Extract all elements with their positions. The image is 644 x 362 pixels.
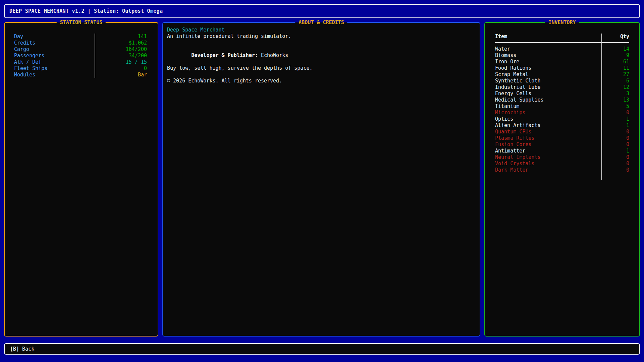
- inventory-item-qty: 3: [601, 90, 629, 97]
- game-name: Deep Space Merchant: [167, 27, 474, 33]
- inventory-item-name: Quantum CPUs: [495, 129, 601, 135]
- inventory-item-qty: 0: [601, 110, 629, 116]
- inventory-row: Titanium 5: [495, 103, 629, 110]
- inventory-row: Scrap Metal 27: [495, 71, 629, 78]
- inventory-item-name: Plasma Rifles: [495, 135, 601, 141]
- inventory-item-qty: 9: [601, 52, 629, 59]
- inventory-body: Item Qty Water 14 Biomass 9 Iron Ore 61 …: [485, 23, 639, 336]
- inventory-item-qty: 5: [601, 103, 629, 110]
- title-bar: DEEP SPACE MERCHANT v1.2 | Station: Outp…: [4, 4, 640, 18]
- inventory-item-name: Titanium: [495, 103, 601, 110]
- inventory-row: Biomass 9: [495, 52, 629, 59]
- about-credits-panel: ABOUT & CREDITS Deep Space Merchant An i…: [162, 22, 480, 337]
- status-value: Bar: [95, 72, 147, 78]
- inventory-item-qty: 0: [601, 154, 629, 161]
- inventory-item-qty: 61: [601, 59, 629, 65]
- inventory-row: Water 14: [495, 43, 629, 52]
- inventory-item-name: Water: [495, 43, 601, 52]
- inventory-item-name: Scrap Metal: [495, 71, 601, 78]
- developer-label: Developer & Publisher:: [191, 52, 258, 58]
- inventory-row: Quantum CPUs 0: [495, 129, 629, 135]
- inventory-item-qty: 0: [601, 135, 629, 141]
- inventory-item-name: Synthetic Cloth: [495, 78, 601, 84]
- status-label: Cargo: [14, 46, 95, 53]
- inventory-item-name: Biomass: [495, 52, 601, 59]
- status-row-modules: Modules Bar: [14, 72, 147, 78]
- status-row-credits: Credits $1,062: [14, 40, 147, 46]
- inventory-row: Fusion Cores 0: [495, 141, 629, 148]
- copyright-line: © 2026 EchoWorks. All rights reserved.: [167, 78, 474, 84]
- inventory-row: Food Rations 11: [495, 65, 629, 71]
- inventory-item-name: Neural Implants: [495, 154, 601, 161]
- inventory-item-name: Energy Cells: [495, 90, 601, 97]
- inventory-panel: INVENTORY Item Qty Water 14 Biomass 9 Ir…: [484, 22, 640, 337]
- inventory-item-qty: 0: [601, 141, 629, 148]
- inventory-row: Plasma Rifles 0: [495, 135, 629, 141]
- inventory-item-qty: 6: [601, 78, 629, 84]
- station-status-title: STATION STATUS: [57, 19, 106, 26]
- inventory-row: Industrial Lube 12: [495, 84, 629, 90]
- inventory-item-name: Fusion Cores: [495, 141, 601, 148]
- inventory-item-name: Antimatter: [495, 148, 601, 154]
- back-button[interactable]: [B] Back: [4, 343, 640, 355]
- status-label: Credits: [14, 40, 95, 46]
- inventory-header-item: Item: [495, 34, 601, 43]
- inventory-item-qty: 11: [601, 65, 629, 71]
- inventory-item-qty: 12: [601, 84, 629, 90]
- about-credits-title: ABOUT & CREDITS: [295, 19, 347, 26]
- inventory-row: Dark Matter 0: [495, 167, 629, 173]
- status-row-fleet-ships: Fleet Ships 0: [14, 65, 147, 72]
- inventory-spacer-name: [495, 173, 601, 180]
- inventory-item-qty: 27: [601, 71, 629, 78]
- status-row-cargo: Cargo 164/200: [14, 46, 147, 53]
- game-tagline: An infinite procedural trading simulator…: [167, 33, 474, 40]
- blank-line: [167, 40, 474, 46]
- inventory-header-qty: Qty: [601, 34, 629, 43]
- inventory-item-name: Optics: [495, 116, 601, 122]
- inventory-item-name: Iron Ore: [495, 59, 601, 65]
- developer-line: Developer & Publisher: EchoWorks: [167, 46, 474, 65]
- app-title: DEEP SPACE MERCHANT v1.2 | Station: Outp…: [9, 8, 163, 14]
- status-row-atk-def: Atk / Def 15 / 15: [14, 59, 147, 65]
- station-status-body: Day 141 Credits $1,062 Cargo 164/200 Pas…: [5, 23, 158, 336]
- inventory-item-name: Microchips: [495, 110, 601, 116]
- status-label: Modules: [14, 72, 95, 78]
- inventory-item-qty: 0: [601, 129, 629, 135]
- status-label: Passengers: [14, 53, 95, 59]
- inventory-spacer-row: [495, 173, 629, 180]
- blank-line: [167, 71, 474, 78]
- back-label: Back: [22, 346, 34, 352]
- status-value: 141: [95, 34, 147, 40]
- about-credits-body: Deep Space Merchant An infinite procedur…: [163, 23, 480, 336]
- app-root: { "title_bar": { "text": "DEEP SPACE MER…: [0, 0, 644, 362]
- status-value: 164/200: [95, 46, 147, 53]
- inventory-item-name: Dark Matter: [495, 167, 601, 173]
- status-label: Fleet Ships: [14, 65, 95, 72]
- inventory-item-qty: 14: [601, 43, 629, 52]
- inventory-row: Iron Ore 61: [495, 59, 629, 65]
- status-row-day: Day 141: [14, 34, 147, 40]
- back-key-hint: [B]: [10, 346, 19, 352]
- inventory-row: Synthetic Cloth 6: [495, 78, 629, 84]
- main-area: STATION STATUS Day 141 Credits $1,062 Ca…: [4, 22, 640, 337]
- status-label: Atk / Def: [14, 59, 95, 65]
- inventory-item-name: Industrial Lube: [495, 84, 601, 90]
- inventory-row: Microchips 0: [495, 110, 629, 116]
- inventory-item-name: Medical Supplies: [495, 97, 601, 103]
- game-tagline-2: Buy low, sell high, survive the depths o…: [167, 65, 474, 71]
- status-label: Day: [14, 34, 95, 40]
- developer-value: EchoWorks: [258, 52, 288, 58]
- inventory-item-qty: 1: [601, 122, 629, 129]
- inventory-row: Medical Supplies 13: [495, 97, 629, 103]
- inventory-header: Item Qty: [495, 34, 629, 43]
- inventory-item-qty: 13: [601, 97, 629, 103]
- status-value: 15 / 15: [95, 59, 147, 65]
- station-status-panel: STATION STATUS Day 141 Credits $1,062 Ca…: [4, 22, 158, 337]
- inventory-title: INVENTORY: [545, 19, 579, 26]
- inventory-row: Energy Cells 3: [495, 90, 629, 97]
- status-value: 34/200: [95, 53, 147, 59]
- inventory-row: Optics 1: [495, 116, 629, 122]
- inventory-item-name: Void Crystals: [495, 161, 601, 167]
- inventory-row: Void Crystals 0: [495, 161, 629, 167]
- inventory-row: Antimatter 1: [495, 148, 629, 154]
